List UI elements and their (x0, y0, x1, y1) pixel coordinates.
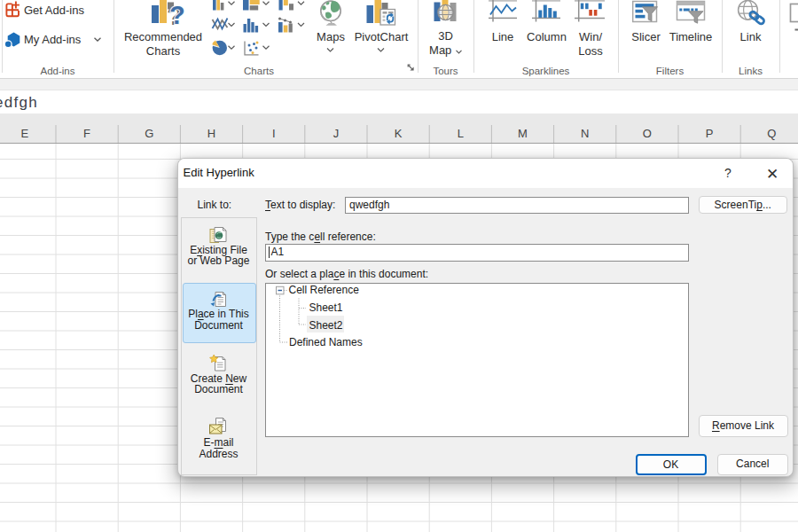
svg-text:?: ? (169, 1, 185, 29)
